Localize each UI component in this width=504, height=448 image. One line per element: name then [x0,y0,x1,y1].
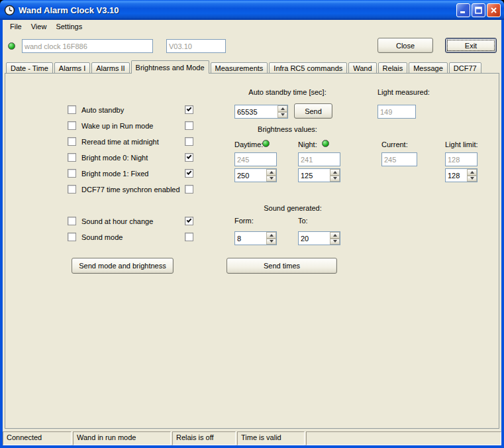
spin-down-button[interactable] [330,239,340,245]
night-label: Night: [298,140,317,148]
tab-date-time[interactable]: Date - Time [6,62,53,74]
night-current-field [298,152,340,166]
sound-hour-change-left-checkbox[interactable] [68,217,76,225]
tab-alarms-2[interactable]: Alarms II [91,62,129,74]
status-connection: Connected [3,431,72,445]
statusbar: Connected Wand in run mode Relais is off… [3,431,501,445]
bright-mode-1-state-checkbox[interactable] [185,169,193,178]
daytime-brightness-input[interactable] [235,169,266,182]
spin-up-button[interactable] [277,105,287,112]
sound-hour-change-label: Sound at hour change [81,217,153,225]
arrow-up-icon [470,171,474,174]
light-measured-label: Light measured: [378,88,430,96]
send-mode-and-brightness-button[interactable]: Send mode and brightness [72,258,174,274]
tab-wand[interactable]: Wand [348,62,376,74]
menubar: File View Settings [3,20,501,33]
client-area: File View Settings Close Exit Date - Tim… [3,20,501,445]
send-standby-button[interactable]: Send [294,103,332,119]
night-brightness-input[interactable] [299,169,330,182]
night-led [322,140,329,147]
auto-standby-left-checkbox[interactable] [68,105,76,114]
arrow-down-icon [270,240,274,243]
arrow-down-icon [470,177,474,180]
daytime-current-field [234,152,277,166]
auto-standby-time-input[interactable] [235,105,277,118]
arrow-up-icon [333,171,337,174]
spin-up-button[interactable] [330,169,340,176]
auto-standby-time-label: Auto standby time [sec]: [234,88,340,96]
tab-measurements[interactable]: Measurements [211,62,268,74]
app-window: Wand Alarm Clock V3.10 File View Setting… [0,0,504,448]
titlebar-close-button[interactable] [487,3,501,17]
brightness-mode-panel: Auto standby Wake up in Run mode Reread … [5,73,499,429]
spin-up-button[interactable] [467,169,477,176]
maximize-icon [475,7,482,14]
mode-row: DCF77 time synchron enabled [68,184,266,195]
sound-mode-label: Sound mode [81,233,123,241]
spin-up-button[interactable] [266,169,276,176]
sound-hour-change-state-checkbox[interactable] [185,217,193,225]
auto-standby-state-checkbox[interactable] [185,105,193,114]
arrow-up-icon [270,234,274,237]
sound-to-label: To: [298,217,308,225]
menu-settings[interactable]: Settings [51,21,87,32]
reread-time-state-checkbox[interactable] [185,137,193,146]
current-label: Current: [381,140,408,148]
wake-up-left-checkbox[interactable] [68,121,76,130]
sound-mode-state-checkbox[interactable] [185,233,193,241]
sound-to-spinner [298,231,340,245]
spin-down-button[interactable] [467,176,477,182]
arrow-up-icon [333,234,337,237]
spin-down-button[interactable] [266,176,276,182]
bright-mode-0-state-checkbox[interactable] [185,153,193,162]
titlebar[interactable]: Wand Alarm Clock V3.10 [0,0,504,20]
tab-infra-rc5-commands[interactable]: Infra RC5 commands [269,62,347,74]
status-time: Time is valid [237,431,305,445]
arrow-down-icon [281,113,285,116]
reread-time-left-checkbox[interactable] [68,137,76,146]
sound-to-input[interactable] [299,232,330,245]
light-measured-field [378,105,416,119]
spin-up-button[interactable] [330,232,340,239]
sound-generated-heading: Sound generated: [234,204,351,212]
night-brightness-spinner [298,168,340,182]
check-icon [187,106,192,111]
send-times-button[interactable]: Send times [227,258,337,274]
bright-mode-1-label: Bright mode 1: Fixed [81,170,149,178]
sound-mode-left-checkbox[interactable] [68,233,76,241]
menu-file[interactable]: File [5,21,26,32]
spin-down-button[interactable] [266,239,276,245]
bright-mode-1-left-checkbox[interactable] [68,169,76,178]
close-button[interactable]: Close [378,38,433,53]
version-field [166,39,226,53]
light-limit-input[interactable] [446,169,467,182]
arrow-up-icon [270,171,274,174]
brightness-values-heading: Brightness values: [234,125,340,133]
dcf77-synchron-state-checkbox[interactable] [185,185,193,194]
wake-up-label: Wake up in Run mode [81,122,153,130]
tab-message[interactable]: Message [409,62,448,74]
tab-relais[interactable]: Relais [378,62,408,74]
exit-button[interactable]: Exit [445,38,497,53]
check-icon [187,217,192,223]
tab-strip: Date - Time Alarms I Alarms II Brightnes… [5,60,499,74]
daytime-led [262,140,270,147]
dcf77-synchron-label: DCF77 time synchron enabled [81,186,180,194]
sound-from-spinner [234,231,277,245]
spin-down-button[interactable] [330,176,340,182]
maximize-button[interactable] [472,3,485,17]
tab-brightness-and-mode[interactable]: Brightness and Mode [131,60,209,74]
sound-from-input[interactable] [235,232,266,245]
light-limit-current-field [445,152,478,166]
bright-mode-0-left-checkbox[interactable] [68,153,76,162]
tab-dcf77[interactable]: DCF77 [449,62,481,74]
spin-down-button[interactable] [277,112,287,119]
tab-alarms-1[interactable]: Alarms I [54,62,90,74]
minimize-button[interactable] [456,3,470,17]
device-name-field [22,39,153,53]
wake-up-state-checkbox[interactable] [185,121,193,130]
menu-view[interactable]: View [26,21,52,32]
check-icon [187,170,192,175]
dcf77-synchron-left-checkbox[interactable] [68,185,76,194]
spin-up-button[interactable] [266,232,276,239]
